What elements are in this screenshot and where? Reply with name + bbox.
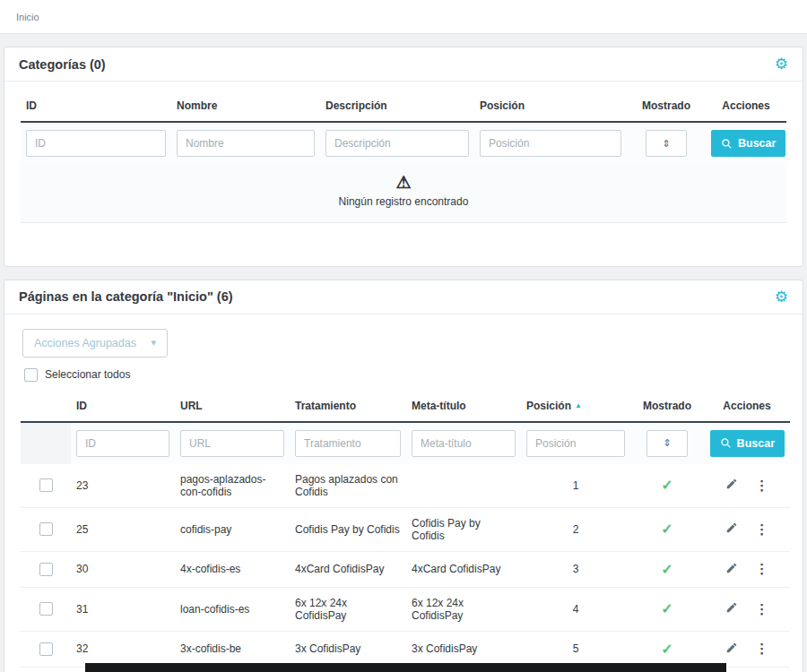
- cell-url: cofidis-pay: [175, 507, 290, 551]
- search-button-label: Buscar: [738, 137, 776, 150]
- mostrado-filter-select[interactable]: ⇕: [646, 130, 687, 157]
- search-icon: [720, 437, 732, 449]
- cell-id: 31: [71, 587, 175, 631]
- kebab-menu-icon[interactable]: ⋮: [748, 601, 776, 616]
- table-row: 32 3x-cofidis-be 3x CofidisPay 3x Cofidi…: [21, 631, 790, 667]
- edit-icon[interactable]: [718, 521, 745, 537]
- select-arrows-icon: ⇕: [663, 437, 671, 449]
- column-header-id: ID: [21, 92, 171, 122]
- cell-url: loan-cofidis-es: [175, 587, 290, 631]
- check-icon: ✓: [661, 562, 672, 577]
- bulk-actions-label: Acciones Agrupadas: [34, 337, 136, 349]
- column-header-meta-titulo: Meta-título: [406, 392, 521, 422]
- column-header-url: URL: [175, 392, 290, 422]
- pages-panel-title: Páginas en la categoría "Inicio" (6): [19, 289, 233, 304]
- filter-posicion-input[interactable]: [480, 130, 621, 157]
- cell-posicion: 4: [521, 587, 630, 631]
- select-all-checkbox[interactable]: [24, 368, 38, 382]
- cell-id: 23: [71, 464, 175, 508]
- column-header-acciones: Acciones: [706, 92, 786, 122]
- row-checkbox[interactable]: [39, 602, 53, 616]
- select-arrows-icon: ⇕: [662, 138, 670, 150]
- empty-state-row: ⚠ Ningún registro encontrado: [21, 164, 786, 222]
- search-button[interactable]: Buscar: [711, 130, 785, 157]
- cell-meta-titulo: 3x CofidisPay: [406, 631, 521, 667]
- posicion-header-label: Posición: [526, 400, 571, 412]
- filter-posicion-input[interactable]: [526, 430, 625, 457]
- cell-tratamiento: Cofidis Pay by Cofidis: [290, 507, 406, 551]
- gear-icon[interactable]: ⚙: [775, 56, 788, 72]
- edit-icon[interactable]: [718, 642, 745, 657]
- breadcrumb: Inicio: [0, 0, 807, 34]
- check-icon: ✓: [661, 601, 672, 616]
- cell-posicion: 2: [521, 507, 630, 551]
- check-icon: ✓: [661, 478, 672, 493]
- edit-icon[interactable]: [718, 478, 745, 493]
- column-header-descripcion: Descripción: [320, 92, 474, 122]
- kebab-menu-icon[interactable]: ⋮: [748, 478, 776, 493]
- sort-asc-icon: ▲: [575, 401, 582, 409]
- row-checkbox[interactable]: [39, 642, 53, 656]
- filter-meta-titulo-input[interactable]: [412, 430, 516, 457]
- cell-posicion: 5: [521, 631, 630, 667]
- chevron-down-icon: ▾: [151, 337, 156, 349]
- edit-icon[interactable]: [718, 562, 745, 577]
- cell-tratamiento: Pagos aplazados con Cofidis: [290, 464, 406, 508]
- empty-state-message: Ningún registro encontrado: [21, 195, 786, 208]
- cell-tratamiento: 3x CofidisPay: [290, 631, 406, 667]
- filter-url-input[interactable]: [180, 430, 284, 457]
- mostrado-filter-select[interactable]: ⇕: [646, 430, 688, 457]
- breadcrumb-label: Inicio: [16, 12, 39, 22]
- table-row: 31 loan-cofidis-es 6x 12x 24x CofidisPay…: [21, 587, 790, 631]
- search-icon: [721, 138, 733, 150]
- column-header-mostrado: Mostrado: [630, 392, 704, 422]
- search-button[interactable]: Buscar: [710, 430, 785, 457]
- categories-header-row: ID Nombre Descripción Posición Mostrado …: [21, 92, 786, 122]
- check-icon: ✓: [661, 521, 672, 537]
- column-header-posicion: Posición: [474, 92, 627, 122]
- column-header-mostrado: Mostrado: [627, 92, 706, 122]
- cell-posicion: 1: [521, 464, 630, 508]
- cell-meta-titulo: Cofidis Pay by Cofidis: [406, 507, 521, 551]
- bulk-actions-button[interactable]: Acciones Agrupadas ▾: [22, 329, 168, 358]
- kebab-menu-icon[interactable]: ⋮: [748, 521, 776, 537]
- kebab-menu-icon[interactable]: ⋮: [748, 641, 776, 656]
- categories-panel: Categorías (0) ⚙ ID Nombre Descripción P…: [4, 47, 803, 267]
- select-all-control[interactable]: Seleccionar todos: [24, 368, 786, 382]
- cell-tratamiento: 6x 12x 24x CofidisPay: [290, 587, 406, 631]
- cell-id: 30: [71, 551, 175, 587]
- filter-tratamiento-input[interactable]: [295, 430, 401, 457]
- filter-descripcion-input[interactable]: [325, 130, 469, 157]
- pages-panel-header: Páginas en la categoría "Inicio" (6) ⚙: [4, 280, 803, 314]
- edit-icon[interactable]: [718, 601, 745, 616]
- filter-id-input[interactable]: [26, 130, 166, 157]
- row-checkbox[interactable]: [39, 522, 53, 536]
- cell-meta-titulo: 4xCard CofidisPay: [406, 551, 521, 587]
- table-row: 25 cofidis-pay Cofidis Pay by Cofidis Co…: [21, 507, 790, 551]
- table-row: 23 pagos-aplazados-con-cofidis Pagos apl…: [21, 464, 790, 508]
- cell-meta-titulo: [406, 464, 521, 508]
- column-header-acciones: Acciones: [704, 392, 790, 422]
- cell-url: pagos-aplazados-con-cofidis: [175, 464, 290, 508]
- row-checkbox[interactable]: [39, 478, 53, 492]
- cell-meta-titulo: 6x 12x 24x CofidisPay: [406, 587, 521, 631]
- column-header-posicion-sort[interactable]: Posición▲: [521, 392, 630, 422]
- warning-icon: ⚠: [21, 173, 786, 194]
- cell-url: 3x-cofidis-be: [175, 631, 290, 667]
- column-header-tratamiento: Tratamiento: [290, 392, 406, 422]
- debug-toolbar[interactable]: [85, 663, 726, 672]
- kebab-menu-icon[interactable]: ⋮: [748, 561, 776, 576]
- gear-icon[interactable]: ⚙: [775, 289, 788, 305]
- column-header-id: ID: [71, 392, 175, 422]
- table-row: 30 4x-cofidis-es 4xCard CofidisPay 4xCar…: [21, 551, 790, 587]
- column-header-checkbox: [21, 392, 71, 422]
- categories-table: ID Nombre Descripción Posición Mostrado …: [21, 92, 786, 223]
- cell-id: 32: [71, 631, 175, 667]
- categories-panel-title: Categorías (0): [19, 57, 106, 72]
- cell-tratamiento: 4xCard CofidisPay: [290, 551, 406, 587]
- pages-header-row: ID URL Tratamiento Meta-título Posición▲…: [21, 392, 790, 422]
- filter-nombre-input[interactable]: [177, 130, 315, 157]
- row-checkbox[interactable]: [39, 563, 53, 576]
- filter-id-input[interactable]: [76, 430, 169, 457]
- select-all-label: Seleccionar todos: [45, 368, 130, 381]
